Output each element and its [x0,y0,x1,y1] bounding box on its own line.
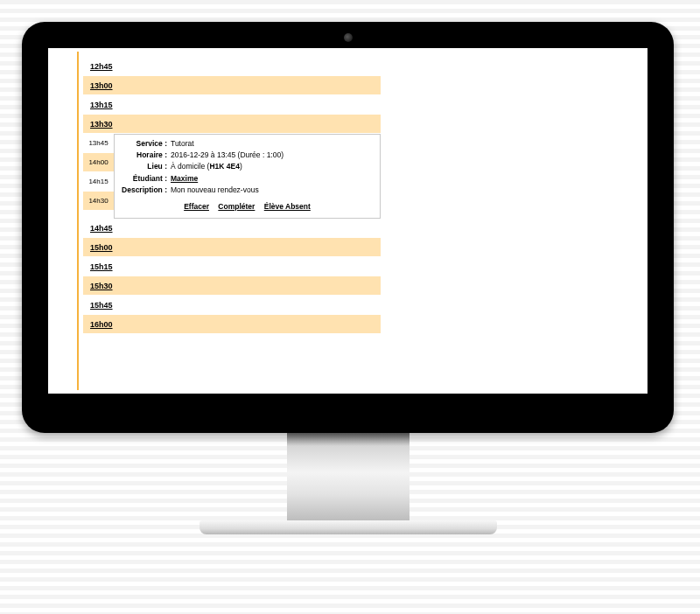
description-label: Description : [120,185,171,196]
etudiant-label: Étudiant : [120,173,171,185]
time-slot-link[interactable]: 13h00 [90,81,113,90]
monitor-stand-neck [287,433,410,520]
time-slot-label: 14h15 [88,178,108,185]
time-slot: 14h15 [83,172,114,192]
action-completer[interactable]: Compléter [218,202,255,211]
time-slots-top: 12h4513h0013h1513h30 [83,57,381,134]
time-slot-link[interactable]: 12h45 [90,62,113,71]
time-slot[interactable]: 15h30 [83,276,381,296]
time-slot-link[interactable]: 15h15 [90,262,113,271]
time-slot[interactable]: 12h45 [83,57,381,76]
time-slot[interactable]: 15h00 [83,238,381,257]
camera-icon [344,33,353,42]
time-slot-label: 14h30 [88,197,108,205]
time-slot-link[interactable]: 15h45 [90,301,113,310]
action-absent[interactable]: Élève Absent [264,202,311,211]
time-slots-bottom: 14h4515h0015h1515h3015h4516h00 [83,219,381,334]
time-slot-link[interactable]: 13h30 [90,120,113,129]
time-slot[interactable]: 13h00 [83,76,381,95]
time-slot-link[interactable]: 13h15 [90,101,113,109]
time-slot[interactable]: 15h45 [83,296,381,315]
time-slot-label: 13h45 [88,139,108,147]
detail-row-horaire: Horaire : 2016-12-29 à 13:45 (Durée : 1:… [120,150,374,161]
detail-row-lieu: Lieu : À domicile (H1K 4E4) [120,161,374,172]
horaire-value: 2016-12-29 à 13:45 (Durée : 1:00) [171,150,374,161]
time-slot-link[interactable]: 14h45 [90,224,113,233]
etudiant-value: Maxime [171,173,374,185]
action-effacer[interactable]: Effacer [184,202,209,211]
time-slots-side: 13h4514h0014h1514h30 [83,134,114,219]
detail-row-service: Service : Tutorat [120,138,374,150]
detail-actions: Effacer Compléter Élève Absent [120,201,374,213]
appointment-detail-panel: Service : Tutorat Horaire : 2016-12-29 à… [114,134,381,219]
lieu-value: À domicile (H1K 4E4) [171,161,374,172]
time-slot-label: 14h00 [88,158,108,166]
detail-row-etudiant: Étudiant : Maxime [120,173,374,185]
service-value: Tutorat [171,138,374,150]
time-slot-link[interactable]: 15h30 [90,282,113,290]
time-slot[interactable]: 13h30 [83,115,381,134]
time-slot[interactable]: 14h45 [83,219,381,238]
accent-stripe [77,52,79,390]
time-slot[interactable]: 13h15 [83,95,381,115]
monitor-mockup: 12h4513h0013h1513h30 13h4514h0014h1514h3… [22,22,674,534]
schedule-app: 12h4513h0013h1513h30 13h4514h0014h1514h3… [83,57,381,334]
time-slot: 14h00 [83,153,114,172]
time-slot[interactable]: 15h15 [83,257,381,276]
screen: 12h4513h0013h1513h30 13h4514h0014h1514h3… [48,48,648,394]
horaire-label: Horaire : [120,150,171,161]
monitor-stand-base [200,520,497,534]
time-slot[interactable]: 16h00 [83,315,381,334]
description-value: Mon nouveau rendez-vous [171,185,374,196]
time-slot: 14h30 [83,192,114,211]
time-slot-link[interactable]: 16h00 [90,320,113,329]
appointment-split: 13h4514h0014h1514h30 Service : Tutorat H… [83,134,381,219]
time-slot-link[interactable]: 15h00 [90,243,113,252]
etudiant-link[interactable]: Maxime [171,174,198,183]
service-label: Service : [120,138,171,150]
detail-row-description: Description : Mon nouveau rendez-vous [120,185,374,196]
monitor-bezel: 12h4513h0013h1513h30 13h4514h0014h1514h3… [22,22,674,433]
time-slot: 13h45 [83,134,114,153]
lieu-label: Lieu : [120,161,171,172]
